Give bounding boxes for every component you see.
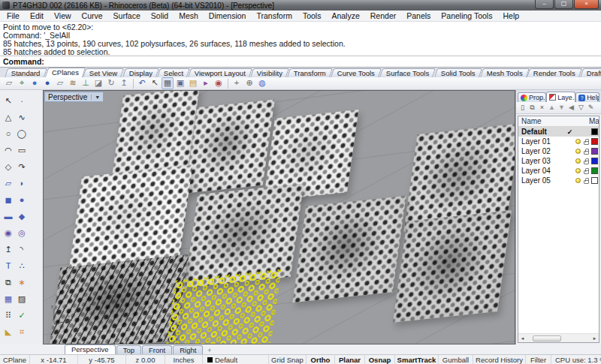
cplane-rotate-icon[interactable]: ↻ bbox=[105, 77, 117, 89]
layer-visible-bulb-icon[interactable] bbox=[575, 168, 581, 173]
pattern-patch-7[interactable] bbox=[292, 196, 406, 303]
new-layer-icon[interactable]: ▯ bbox=[518, 103, 527, 113]
solid-more-icon[interactable]: ◆ bbox=[16, 211, 28, 223]
cplane-button[interactable]: CPlane bbox=[0, 355, 30, 364]
close-button[interactable]: × bbox=[574, 0, 599, 9]
hatch-icon[interactable]: ▨ bbox=[16, 293, 28, 305]
menu-view[interactable]: View bbox=[49, 11, 77, 20]
selected-hatch-pattern[interactable] bbox=[165, 269, 282, 344]
set-view-sphere-icon[interactable]: ◍ bbox=[256, 77, 268, 89]
layer-unlocked-icon[interactable] bbox=[584, 180, 589, 184]
layer-color-cell[interactable] bbox=[590, 166, 599, 176]
mesh-icon[interactable]: ▦ bbox=[2, 293, 14, 305]
move-layer-down-icon[interactable]: ▼ bbox=[557, 103, 566, 113]
menu-render[interactable]: Render bbox=[365, 11, 401, 20]
layer-visible-bulb-icon[interactable] bbox=[575, 158, 581, 164]
rotate-view-icon[interactable]: ◉ bbox=[213, 77, 225, 89]
status-toggle-planar[interactable]: Planar bbox=[335, 355, 365, 364]
status-toggle-filter[interactable]: Filter bbox=[526, 355, 551, 364]
layer-lock-cell[interactable] bbox=[582, 166, 590, 176]
layer-visible-bulb-icon[interactable] bbox=[575, 178, 581, 183]
pattern-patch-2[interactable] bbox=[185, 99, 274, 193]
layer-unlocked-icon[interactable] bbox=[584, 161, 589, 164]
toolbar-tab-display[interactable]: Display bbox=[122, 68, 159, 77]
grid-options-icon[interactable]: ▦ bbox=[162, 77, 174, 89]
solid-box-icon[interactable]: ◼ bbox=[2, 194, 14, 206]
select-objects-icon[interactable]: ↖ bbox=[149, 77, 161, 89]
layer-visible-bulb-icon[interactable] bbox=[575, 149, 581, 154]
menu-solid[interactable]: Solid bbox=[146, 11, 174, 20]
world-sphere-icon[interactable]: ● bbox=[41, 77, 53, 89]
menu-curve[interactable]: Curve bbox=[77, 11, 108, 20]
layer-visibility-cell[interactable] bbox=[574, 146, 582, 156]
arc-icon[interactable]: ◠ bbox=[2, 145, 14, 157]
menu-help[interactable]: Help bbox=[497, 11, 524, 20]
world-axes-sphere-icon[interactable]: ● bbox=[29, 77, 41, 89]
layer-visibility-cell[interactable] bbox=[574, 127, 582, 137]
cplane-3point-icon[interactable]: ▱ bbox=[54, 77, 66, 89]
viewport-tab-front[interactable]: Front bbox=[142, 345, 172, 354]
select-pointer-icon[interactable]: ↖ bbox=[2, 95, 14, 107]
open-file-icon[interactable]: ▤ bbox=[187, 77, 199, 89]
toolbar-tab-surface-tools[interactable]: Surface Tools bbox=[379, 68, 436, 77]
pattern-patch-5[interactable] bbox=[69, 165, 193, 270]
toolbar-tab-drafting[interactable]: Drafting bbox=[580, 68, 601, 77]
layer-color-cell[interactable] bbox=[590, 127, 599, 137]
menu-paneling-tools[interactable]: Paneling Tools bbox=[436, 11, 497, 20]
layer-unlocked-icon[interactable] bbox=[584, 170, 589, 174]
layer-color-swatch[interactable] bbox=[591, 158, 598, 164]
toolbar-tab-render-tools[interactable]: Render Tools bbox=[527, 68, 583, 77]
scroll-left-icon[interactable]: ◂ bbox=[518, 335, 527, 341]
menu-tools[interactable]: Tools bbox=[297, 11, 327, 20]
layer-row-layer-05[interactable]: Layer 05 bbox=[518, 176, 599, 185]
cplane-elevation-icon[interactable]: ↥ bbox=[118, 77, 130, 89]
layer-color-swatch[interactable] bbox=[591, 167, 598, 174]
layer-lock-cell[interactable] bbox=[582, 137, 590, 146]
surface-patch-icon[interactable]: ◗ bbox=[16, 178, 28, 190]
layer-color-cell[interactable] bbox=[590, 146, 599, 156]
layer-color-swatch[interactable] bbox=[591, 138, 598, 145]
toolbar-tab-standard[interactable]: Standard bbox=[5, 68, 47, 77]
panel-tab-help[interactable]: ?Help bbox=[575, 92, 599, 102]
menu-surface[interactable]: Surface bbox=[108, 11, 146, 20]
status-toggle-ortho[interactable]: Ortho bbox=[307, 355, 335, 364]
array-icon[interactable]: ⠿ bbox=[2, 310, 14, 322]
solid-sphere-icon[interactable]: ● bbox=[16, 194, 28, 206]
boolean-union-icon[interactable]: ◉ bbox=[2, 227, 14, 239]
scroll-thumb[interactable] bbox=[533, 335, 561, 341]
status-toggle-grid-snap[interactable]: Grid Snap bbox=[269, 355, 307, 364]
layers-hscrollbar[interactable]: ◂ ▸ bbox=[518, 333, 599, 342]
layer-visibility-cell[interactable] bbox=[574, 176, 582, 185]
delete-layer-icon[interactable]: × bbox=[537, 103, 547, 113]
fillet-icon[interactable]: ◝ bbox=[16, 244, 28, 256]
viewport-tab-right[interactable]: Right bbox=[173, 345, 203, 354]
zoom-extents-icon[interactable]: ⊕ bbox=[243, 77, 255, 89]
cplane-world-top-icon[interactable]: ▱ bbox=[3, 77, 15, 89]
toolbar-tab-transform[interactable]: Transform bbox=[288, 68, 334, 77]
boolean-difference-icon[interactable]: ◎ bbox=[16, 227, 28, 239]
viewport-tab-top[interactable]: Top bbox=[116, 345, 141, 354]
layer-row-default[interactable]: Default✓ bbox=[518, 127, 599, 137]
viewport-menu-arrow-icon[interactable]: ▼ bbox=[91, 95, 100, 100]
toolbar-tab-mesh-tools[interactable]: Mesh Tools bbox=[480, 68, 530, 77]
circle-icon[interactable]: ○ bbox=[2, 128, 14, 140]
text-icon[interactable]: T bbox=[2, 260, 14, 272]
layer-color-cell[interactable] bbox=[590, 137, 599, 146]
toolbar-tab-curve-tools[interactable]: Curve Tools bbox=[331, 68, 382, 77]
layer-tools-icon[interactable]: ✎ bbox=[586, 103, 596, 113]
layer-row-layer-03[interactable]: Layer 03 bbox=[518, 156, 599, 166]
cplane-origin-icon[interactable]: ⌖ bbox=[16, 77, 28, 89]
layer-lock-cell[interactable] bbox=[582, 156, 590, 166]
filter-layers-icon[interactable]: ▽ bbox=[576, 103, 586, 113]
layer-color-swatch[interactable] bbox=[591, 177, 598, 184]
layer-lock-cell[interactable] bbox=[582, 176, 590, 185]
pan-view-icon[interactable]: + bbox=[231, 77, 243, 89]
layer-visibility-cell[interactable] bbox=[574, 156, 582, 166]
toolbar-tab-visibility[interactable]: Visibility bbox=[250, 68, 289, 77]
check-objects-icon[interactable]: ✓ bbox=[16, 310, 28, 322]
menu-analyze[interactable]: Analyze bbox=[326, 11, 364, 20]
layer-visibility-cell[interactable] bbox=[574, 137, 582, 146]
layer-color-cell[interactable] bbox=[590, 156, 599, 166]
current-layer-chip[interactable]: Default bbox=[203, 355, 269, 364]
pattern-patch-8[interactable] bbox=[393, 210, 512, 322]
